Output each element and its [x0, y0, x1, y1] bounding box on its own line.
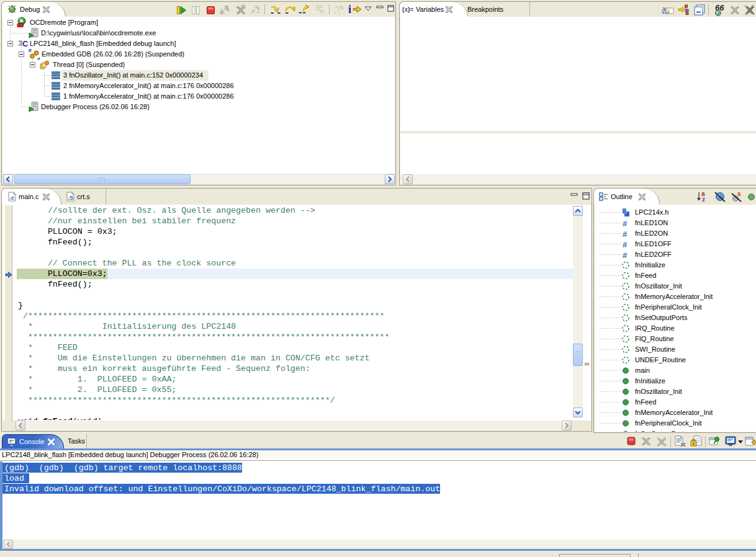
svg-text:#: #: [623, 229, 628, 239]
svg-text:z: z: [702, 196, 705, 203]
svg-text:C: C: [22, 39, 29, 48]
svg-text:i: i: [348, 4, 351, 15]
svg-text:.c: .c: [9, 194, 14, 201]
svg-text:)=: )=: [408, 6, 413, 13]
svg-text:#: #: [623, 219, 628, 228]
svg-text:.S: .S: [68, 194, 73, 201]
svg-text:#: #: [623, 240, 628, 249]
svg-text:s: s: [737, 191, 741, 197]
svg-text:#: #: [623, 251, 628, 260]
